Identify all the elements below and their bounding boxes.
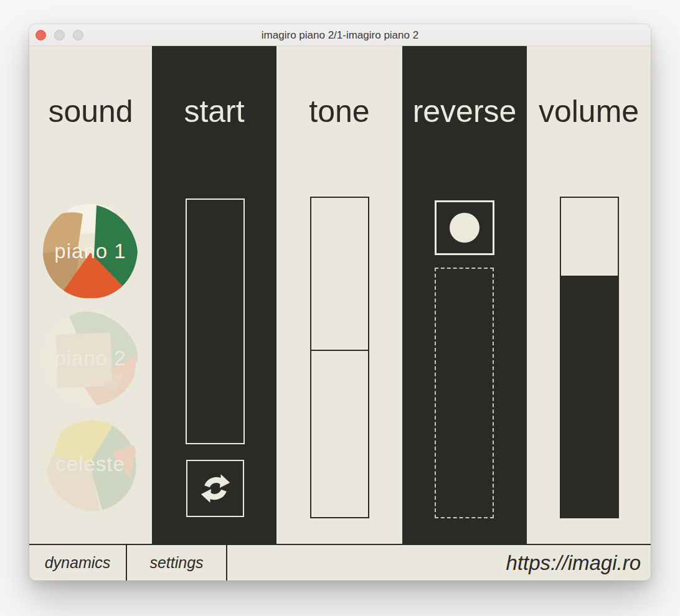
- tone-slider-handle[interactable]: [310, 350, 369, 351]
- preset-label: celeste: [43, 417, 138, 511]
- reverse-header: reverse: [402, 90, 527, 133]
- loop-button[interactable]: [186, 460, 244, 517]
- column-start: start: [152, 46, 276, 544]
- volume-slider[interactable]: [560, 197, 619, 518]
- sound-header: sound: [29, 90, 152, 133]
- tab-dynamics-label: dynamics: [45, 554, 111, 572]
- sound-preset-piano-2[interactable]: piano 2: [43, 311, 138, 406]
- column-sound: sound piano 1: [29, 46, 152, 544]
- column-volume: volume: [527, 46, 651, 544]
- sound-preset-piano-1[interactable]: piano 1: [43, 204, 138, 299]
- start-slider[interactable]: [186, 198, 245, 444]
- volume-fill: [560, 276, 619, 518]
- tab-dynamics[interactable]: dynamics: [29, 545, 127, 581]
- website-link[interactable]: https://imagi.ro: [506, 551, 641, 575]
- reverse-on-indicator-circle: [450, 213, 479, 243]
- preset-label: piano 1: [43, 204, 138, 299]
- reverse-drop-zone[interactable]: [435, 268, 494, 518]
- tone-slider[interactable]: [310, 197, 369, 518]
- window-title: imagiro piano 2/1-imagiro piano 2: [29, 24, 651, 46]
- tab-settings[interactable]: settings: [127, 545, 227, 581]
- tone-header: tone: [276, 90, 402, 133]
- volume-header: volume: [527, 90, 651, 133]
- column-reverse: reverse: [402, 46, 527, 544]
- window-titlebar[interactable]: imagiro piano 2/1-imagiro piano 2: [29, 24, 651, 46]
- footer-link-cell: https://imagi.ro: [227, 545, 651, 581]
- sound-preset-celeste[interactable]: celeste: [43, 417, 138, 511]
- column-tone: tone: [276, 46, 402, 544]
- tab-settings-label: settings: [149, 554, 203, 572]
- plugin-content: sound piano 1: [29, 46, 651, 544]
- footer-bar: dynamics settings https://imagi.ro: [29, 544, 651, 581]
- reverse-toggle[interactable]: [435, 200, 494, 255]
- preset-label: piano 2: [43, 311, 138, 406]
- loop-refresh-icon: [199, 472, 232, 505]
- start-header: start: [152, 90, 276, 133]
- plugin-window: imagiro piano 2/1-imagiro piano 2 sound: [29, 24, 651, 581]
